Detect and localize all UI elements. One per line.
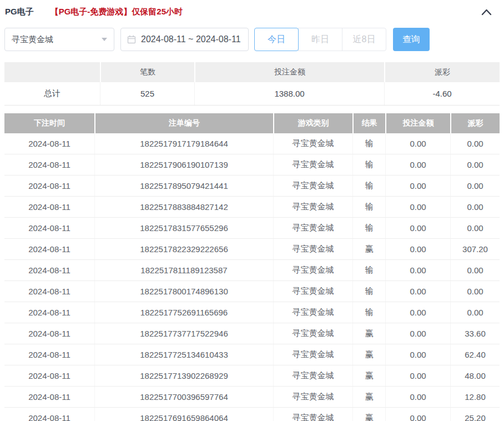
bet-time-cell: 2024-08-11 <box>4 154 94 175</box>
collapse-button[interactable] <box>481 8 492 16</box>
header-bet-id: 注单编号 <box>94 113 273 133</box>
result-cell: 赢 <box>352 408 385 421</box>
payout-cell: 0.00 <box>450 133 500 154</box>
game-type-cell: 寻宝黄金城 <box>273 387 352 407</box>
result-cell: 赢 <box>352 239 385 259</box>
bet-id-cell: 1822517800174896130 <box>94 281 273 302</box>
result-cell: 输 <box>352 154 385 175</box>
bet-amount-cell: 0.00 <box>385 239 450 259</box>
bet-id-cell: 1822517822329222656 <box>94 239 273 259</box>
game-type-cell: 寻宝黄金城 <box>273 365 352 386</box>
table-row: 2024-08-11 1822517691659864064 寻宝黄金城 赢 0… <box>4 408 500 421</box>
payout-cell: 0.00 <box>450 218 500 238</box>
bet-id-cell: 1822517811189123587 <box>94 260 273 280</box>
result-cell: 输 <box>352 176 385 196</box>
search-button[interactable]: 查询 <box>393 28 430 51</box>
bet-amount-cell: 0.00 <box>385 408 450 421</box>
bet-amount-cell: 0.00 <box>385 387 450 407</box>
table-row: 2024-08-11 1822517917179184644 寻宝黄金城 输 0… <box>4 133 500 154</box>
summary-header-row: 笔数 投注金额 派彩 <box>4 62 500 82</box>
bet-id-cell: 1822517906190107139 <box>94 154 273 175</box>
game-type-cell: 寻宝黄金城 <box>273 302 352 323</box>
header-game-type: 游戏类别 <box>273 113 352 133</box>
bet-records-table: 下注时间 注单编号 游戏类别 结果 投注金额 派彩 2024-08-11 182… <box>4 113 500 421</box>
summary-total-bet-amount: 1388.00 <box>194 82 384 105</box>
game-select-value: 寻宝黄金城 <box>12 34 53 45</box>
table-row: 2024-08-11 1822517906190107139 寻宝黄金城 输 0… <box>4 154 500 176</box>
payout-cell: 48.00 <box>450 365 500 386</box>
date-range-input[interactable]: 2024-08-11 ~ 2024-08-11 <box>120 28 249 51</box>
bet-amount-cell: 0.00 <box>385 302 450 323</box>
game-select[interactable]: 寻宝黄金城 <box>4 28 114 51</box>
bet-time-cell: 2024-08-11 <box>4 408 94 421</box>
bet-time-cell: 2024-08-11 <box>4 302 94 323</box>
payout-cell: 0.00 <box>450 260 500 280</box>
summary-header-count: 笔数 <box>100 62 194 82</box>
calendar-icon <box>127 35 136 44</box>
table-row: 2024-08-11 1822517800174896130 寻宝黄金城 输 0… <box>4 281 500 302</box>
summary-total-payout: -4.60 <box>384 82 500 105</box>
game-type-cell: 寻宝黄金城 <box>273 218 352 238</box>
result-cell: 输 <box>352 218 385 238</box>
table-row: 2024-08-11 1822517752691165696 寻宝黄金城 输 0… <box>4 302 500 323</box>
bet-amount-cell: 0.00 <box>385 197 450 217</box>
game-type-cell: 寻宝黄金城 <box>273 154 352 175</box>
payout-cell: 33.60 <box>450 323 500 344</box>
bet-amount-cell: 0.00 <box>385 344 450 365</box>
bet-amount-cell: 0.00 <box>385 365 450 386</box>
game-type-cell: 寻宝黄金城 <box>273 323 352 344</box>
bet-id-cell: 1822517691659864064 <box>94 408 273 421</box>
yesterday-button[interactable]: 昨日 <box>298 28 342 51</box>
summary-total-label: 总计 <box>4 82 100 105</box>
bet-id-cell: 1822517725134610433 <box>94 344 273 365</box>
bet-time-cell: 2024-08-11 <box>4 344 94 365</box>
last-8-days-button[interactable]: 近8日 <box>342 28 386 51</box>
payout-cell: 62.40 <box>450 344 500 365</box>
bet-time-cell: 2024-08-11 <box>4 239 94 259</box>
bet-id-cell: 1822517831577655296 <box>94 218 273 238</box>
header-bet-time: 下注时间 <box>4 113 94 133</box>
summary-header-payout: 派彩 <box>384 62 500 82</box>
bet-time-cell: 2024-08-11 <box>4 365 94 386</box>
game-type-cell: 寻宝黄金城 <box>273 260 352 280</box>
result-cell: 输 <box>352 302 385 323</box>
game-type-cell: 寻宝黄金城 <box>273 197 352 217</box>
filter-bar: 寻宝黄金城 2024-08-11 ~ 2024-08-11 今日 昨日 近8日 … <box>4 28 500 51</box>
date-range-value: 2024-08-11 ~ 2024-08-11 <box>141 34 241 44</box>
panel-notice: 【PG电子-免费游戏】仅保留25小时 <box>51 7 183 17</box>
panel-title: PG电子 <box>5 7 34 17</box>
summary-header-bet-amount: 投注金额 <box>194 62 384 82</box>
result-cell: 输 <box>352 260 385 280</box>
payout-cell: 12.80 <box>450 387 500 407</box>
bet-time-cell: 2024-08-11 <box>4 176 94 196</box>
today-button[interactable]: 今日 <box>254 28 299 51</box>
bet-id-cell: 1822517700396597764 <box>94 387 273 407</box>
table-row: 2024-08-11 1822517883884827142 寻宝黄金城 输 0… <box>4 197 500 218</box>
bet-amount-cell: 0.00 <box>385 133 450 154</box>
bet-time-cell: 2024-08-11 <box>4 260 94 280</box>
bet-amount-cell: 0.00 <box>385 323 450 344</box>
game-type-cell: 寻宝黄金城 <box>273 281 352 302</box>
bet-amount-cell: 0.00 <box>385 281 450 302</box>
payout-cell: 0.00 <box>450 176 500 196</box>
summary-total-count: 525 <box>100 82 194 105</box>
result-cell: 赢 <box>352 323 385 344</box>
bet-amount-cell: 0.00 <box>385 176 450 196</box>
game-type-cell: 寻宝黄金城 <box>273 133 352 154</box>
payout-cell: 0.00 <box>450 302 500 323</box>
caret-down-icon <box>102 38 107 41</box>
summary-table: 笔数 投注金额 派彩 总计 525 1388.00 -4.60 <box>4 62 500 106</box>
bet-table-header-row: 下注时间 注单编号 游戏类别 结果 投注金额 派彩 <box>4 113 500 133</box>
bet-table-body: 2024-08-11 1822517917179184644 寻宝黄金城 输 0… <box>4 133 500 421</box>
header-result: 结果 <box>352 113 385 133</box>
bet-id-cell: 1822517737717522946 <box>94 323 273 344</box>
payout-cell: 0.00 <box>450 281 500 302</box>
bet-id-cell: 1822517917179184644 <box>94 133 273 154</box>
bet-time-cell: 2024-08-11 <box>4 133 94 154</box>
bet-time-cell: 2024-08-11 <box>4 218 94 238</box>
result-cell: 输 <box>352 281 385 302</box>
bet-time-cell: 2024-08-11 <box>4 197 94 217</box>
header-payout: 派彩 <box>450 113 500 133</box>
bet-amount-cell: 0.00 <box>385 218 450 238</box>
quick-date-button-group: 今日 昨日 近8日 <box>254 28 386 51</box>
